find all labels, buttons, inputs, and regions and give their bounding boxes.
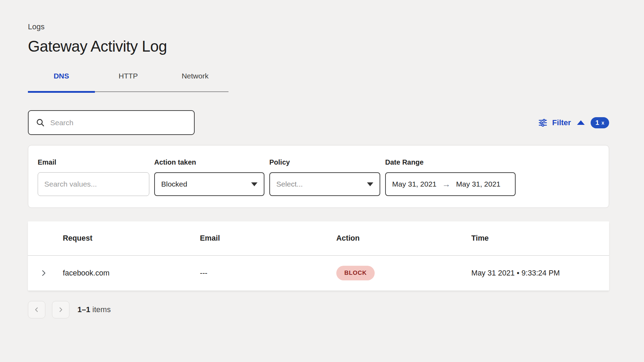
search-input[interactable] <box>50 119 187 127</box>
policy-select-placeholder: Select... <box>276 180 303 188</box>
column-header-request: Request <box>63 234 200 243</box>
filter-count: 1 <box>596 119 599 127</box>
active-filter-count-badge[interactable]: 1 x <box>591 117 609 128</box>
table-row: facebook.com --- BLOCK May 31 2021 • 9:3… <box>28 256 609 291</box>
cell-time: May 31 2021 • 9:33:24 PM <box>471 269 609 278</box>
items-range: 1–1 <box>77 305 90 314</box>
items-count: 1–1 items <box>77 305 111 314</box>
triangle-down-icon <box>367 182 373 186</box>
arrow-right-icon: → <box>442 180 450 188</box>
page-content: Logs Gateway Activity Log DNS HTTP Netwo… <box>0 0 644 318</box>
column-header-action: Action <box>336 234 471 243</box>
search-filter-row: Filter 1 x <box>28 110 609 135</box>
column-header-time: Time <box>471 234 609 243</box>
search-box <box>28 110 195 135</box>
filter-panel: Email Action taken Blocked Policy Select… <box>28 145 609 208</box>
activity-log-table: Request Email Action Time facebook.com -… <box>28 221 609 291</box>
triangle-up-icon[interactable] <box>577 120 585 125</box>
log-type-tabs: DNS HTTP Network <box>28 72 229 92</box>
pagination: 1–1 items <box>28 301 609 318</box>
table-header-row: Request Email Action Time <box>28 221 609 255</box>
cell-action: BLOCK <box>336 266 471 280</box>
filter-field-email: Email <box>38 158 149 208</box>
breadcrumb: Logs <box>28 22 609 31</box>
filter-field-date-range: Date Range May 31, 2021 → May 31, 2021 <box>385 158 516 208</box>
items-label: items <box>90 305 111 314</box>
page-title: Gateway Activity Log <box>28 38 609 55</box>
action-taken-select[interactable]: Blocked <box>154 172 264 196</box>
row-expander-button[interactable] <box>28 269 63 277</box>
date-range-filter-label: Date Range <box>385 158 516 166</box>
previous-page-button[interactable] <box>28 301 45 318</box>
policy-filter-label: Policy <box>269 158 380 166</box>
filter-toggle-button[interactable]: Filter <box>552 118 571 127</box>
filter-field-policy: Policy Select... <box>269 158 380 208</box>
cell-request: facebook.com <box>63 269 200 278</box>
chevron-right-icon <box>57 306 65 314</box>
date-range-end: May 31, 2021 <box>456 180 500 188</box>
clear-filters-x[interactable]: x <box>601 120 604 126</box>
email-filter-box <box>38 172 149 196</box>
email-filter-label: Email <box>38 158 149 166</box>
email-filter-input[interactable] <box>44 180 143 188</box>
tab-network[interactable]: Network <box>162 72 229 91</box>
action-taken-selected-value: Blocked <box>161 180 187 188</box>
date-range-picker[interactable]: May 31, 2021 → May 31, 2021 <box>385 172 516 196</box>
filter-field-action-taken: Action taken Blocked <box>154 158 264 208</box>
triangle-down-icon <box>251 182 257 186</box>
search-icon <box>36 118 45 127</box>
date-range-start: May 31, 2021 <box>392 180 436 188</box>
filter-controls: Filter 1 x <box>538 117 609 128</box>
sliders-icon <box>538 118 548 128</box>
chevron-left-icon <box>33 306 40 314</box>
tab-http[interactable]: HTTP <box>95 72 162 91</box>
policy-select[interactable]: Select... <box>269 172 380 196</box>
next-page-button[interactable] <box>52 301 69 318</box>
block-action-badge: BLOCK <box>336 266 375 280</box>
cell-email: --- <box>200 269 336 278</box>
tab-dns[interactable]: DNS <box>28 72 95 91</box>
action-taken-filter-label: Action taken <box>154 158 264 166</box>
chevron-right-icon <box>39 269 48 277</box>
column-header-email: Email <box>200 234 336 243</box>
